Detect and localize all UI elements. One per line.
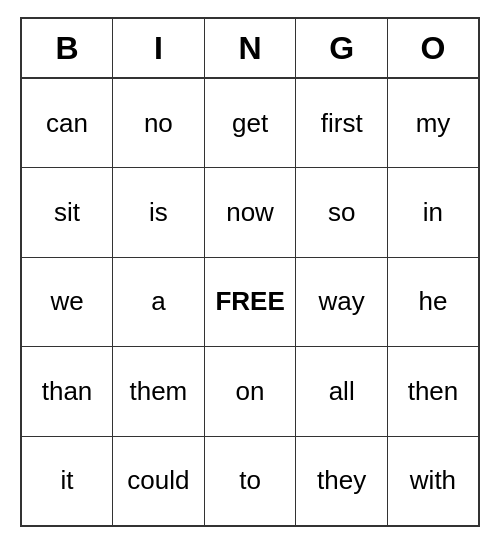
header-col-o: O <box>387 18 479 78</box>
bingo-cell-2-0: we <box>21 257 113 347</box>
bingo-cell-4-4: with <box>387 436 479 526</box>
bingo-cell-1-1: is <box>113 168 205 258</box>
header-col-i: I <box>113 18 205 78</box>
header-col-b: B <box>21 18 113 78</box>
bingo-cell-0-4: my <box>387 78 479 168</box>
bingo-cell-2-4: he <box>387 257 479 347</box>
bingo-cell-4-2: to <box>204 436 296 526</box>
bingo-cell-2-2: FREE <box>204 257 296 347</box>
bingo-cell-4-0: it <box>21 436 113 526</box>
bingo-cell-3-2: on <box>204 347 296 437</box>
bingo-row-2: weaFREEwayhe <box>21 257 479 347</box>
bingo-cell-4-3: they <box>296 436 388 526</box>
bingo-cell-1-0: sit <box>21 168 113 258</box>
bingo-row-1: sitisnowsoin <box>21 168 479 258</box>
bingo-cell-1-4: in <box>387 168 479 258</box>
bingo-cell-1-3: so <box>296 168 388 258</box>
bingo-cell-0-0: can <box>21 78 113 168</box>
bingo-row-4: itcouldtotheywith <box>21 436 479 526</box>
bingo-cell-0-2: get <box>204 78 296 168</box>
bingo-cell-0-1: no <box>113 78 205 168</box>
header-col-n: N <box>204 18 296 78</box>
bingo-cell-2-1: a <box>113 257 205 347</box>
bingo-cell-3-4: then <box>387 347 479 437</box>
bingo-cell-0-3: first <box>296 78 388 168</box>
bingo-header-row: BINGO <box>21 18 479 78</box>
bingo-cell-4-1: could <box>113 436 205 526</box>
bingo-cell-3-3: all <box>296 347 388 437</box>
bingo-cell-3-0: than <box>21 347 113 437</box>
bingo-row-3: thanthemonallthen <box>21 347 479 437</box>
bingo-card: BINGO cannogetfirstmysitisnowsoinweaFREE… <box>20 17 480 527</box>
bingo-cell-2-3: way <box>296 257 388 347</box>
header-col-g: G <box>296 18 388 78</box>
bingo-cell-1-2: now <box>204 168 296 258</box>
bingo-cell-3-1: them <box>113 347 205 437</box>
bingo-row-0: cannogetfirstmy <box>21 78 479 168</box>
